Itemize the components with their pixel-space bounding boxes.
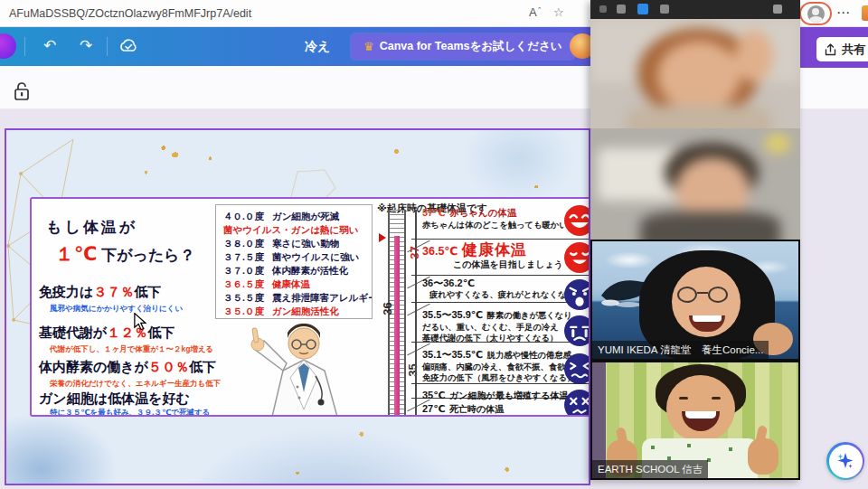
decor-blob <box>765 134 790 154</box>
participant-name-label: EARTH SCHOOL 信吉 <box>592 460 708 478</box>
toolbar-divider <box>24 37 25 56</box>
item-enzyme-heading: 体内酵素の働きが５０％低下 <box>39 359 216 376</box>
thermo-entry-35-5: 35.5〜35.9℃ 酵素の働きが悪くなり だるい、重い、むくむ、手足の冷え 基… <box>422 305 572 343</box>
thermo-entry-27: 27℃ 死亡時の体温 （冷たい、硬い） <box>422 399 510 417</box>
entry-separator <box>411 275 590 276</box>
face-blob <box>666 375 735 442</box>
read-aloud-icon[interactable]: A⌃ <box>529 5 542 19</box>
item-cancer-heading: ガン細胞は低体温を好む <box>39 390 190 408</box>
sparkle-icon <box>829 445 863 478</box>
item-metabolism-sub: 代謝が低下し、１ヶ月で体重が１〜２kg増える <box>50 344 213 355</box>
temp-list-row: ３７.５度菌やウイルスに強い <box>223 250 370 264</box>
design-canvas[interactable]: もし体温が １℃ 下がったら？ 免疫力は３７％低下 風邪や病気にかかりやすく治り… <box>5 128 590 485</box>
video-blur-content <box>590 19 800 128</box>
face-crying-icon <box>563 315 590 347</box>
glasses-left-icon <box>677 287 697 303</box>
shoulders-blob <box>640 212 780 240</box>
window-control-icon[interactable] <box>773 5 782 14</box>
participant-video-4[interactable]: EARTH SCHOOL 信吉 <box>590 361 800 480</box>
temperature-list-box: ４０.０度ガン細胞が死滅 菌やウイルス・ガンは熱に弱い ３８.０度寒さに強い動物… <box>215 204 373 319</box>
crown-icon: ♛ <box>363 40 374 53</box>
participant-name-label: YUMI IKEDA 清龍堂 養生Concie... <box>592 341 769 359</box>
infographic-title-line1: もし体温が <box>46 217 137 238</box>
design-title[interactable]: 冷え <box>305 39 330 55</box>
temp-list-row: ４０.０度ガン細胞が死滅 <box>223 210 370 223</box>
entry-separator <box>411 416 590 417</box>
browser-menu-icon[interactable]: ⋯ <box>836 5 851 21</box>
active-view-icon[interactable] <box>637 4 648 14</box>
temp-list-row: ３８.０度寒さに強い動物 <box>223 237 370 250</box>
face-sad-icon <box>563 278 590 311</box>
participant-video-1[interactable] <box>590 19 800 128</box>
profile-avatar-icon <box>807 5 825 23</box>
item-immunity-sub: 風邪や病気にかかりやすく治りにくい <box>50 304 183 315</box>
temp-list-row: ３６.５度健康体温 <box>223 277 370 291</box>
infographic-panel[interactable]: もし体温が １℃ 下がったら？ 免疫力は３７％低下 風邪や病気にかかりやすく治り… <box>30 197 590 417</box>
face-happy-icon <box>563 241 590 274</box>
lock-icon[interactable] <box>12 81 32 101</box>
scale-36: 36 <box>381 297 394 321</box>
temp-list-row: ３５.０度ガン細胞活性化 <box>223 305 370 318</box>
title-degree-highlight: １℃ <box>55 243 97 264</box>
scale-35: 35 <box>406 359 420 382</box>
thermo-entry-35-1: 35.1〜35.5℃ 脱力感や慢性の倦怠感 偏頭痛、内臓の冷え、食欲不振、食欲過… <box>422 344 582 383</box>
canva-for-teams-button[interactable]: ♛ Canva for Teamsをお試しください <box>351 33 575 60</box>
doctor-illustration <box>227 324 381 417</box>
share-button[interactable]: 共有 <box>816 37 868 61</box>
face-distressed-icon <box>563 353 590 385</box>
item-immunity-heading: 免疫力は３７％低下 <box>39 284 161 301</box>
infographic-title-line2: １℃ 下がったら？ <box>55 241 195 267</box>
participant-video-3[interactable]: YUMI IKEDA 清龍堂 養生Concie... <box>590 240 800 361</box>
temp-list-row: ３７.０度体内酵素が活性化 <box>223 264 370 277</box>
eye-left <box>679 397 688 400</box>
shoulders-blob <box>627 105 771 128</box>
face-dead-icon <box>563 389 590 417</box>
face-very-happy-icon <box>563 204 590 237</box>
participant-video-2[interactable] <box>590 128 800 240</box>
share-area: 共有 <box>800 27 868 68</box>
mouse-cursor <box>133 313 146 331</box>
eye-right <box>712 397 721 400</box>
temp-list-row: ３５.５度震え排泄障害アレルギー症 <box>223 291 370 305</box>
teams-button-label: Canva for Teamsをお試しください <box>380 39 562 54</box>
thermometer-mercury <box>394 236 400 417</box>
temp-list-row: 菌やウイルス・ガンは熱に弱い <box>223 223 370 237</box>
glasses-right-icon <box>708 287 728 303</box>
redo-button[interactable]: ↷ <box>72 33 99 60</box>
canva-assistant-button[interactable] <box>826 442 864 480</box>
thermo-entry-36-36-2: 36〜36.2℃ 疲れやすくなる、疲れがとれなくなる <box>422 277 575 300</box>
thermo-entry-36-5: 36.5℃ 健康体温 この体温を目指しましょう <box>422 240 563 271</box>
entry-separator <box>411 239 590 240</box>
window-control-icon[interactable] <box>660 5 669 14</box>
item-metabolism-heading: 基礎代謝が１２％低下 <box>39 324 175 342</box>
window-control-icon[interactable] <box>599 5 607 13</box>
glasses-bridge <box>697 292 708 294</box>
item-enzyme-sub: 栄養の消化だけでなく、エネルギー生産力も低下 <box>50 379 221 390</box>
toolbar-divider <box>107 37 108 56</box>
item-cancer-sub: 特に３５℃を最も好み、３９.３℃で死滅する <box>50 408 210 417</box>
extension-icon[interactable] <box>862 5 868 21</box>
thermometer-pointer-icon <box>379 233 386 242</box>
browser-profile-button[interactable] <box>799 2 832 25</box>
video-call-window[interactable]: YUMI IKEDA 清龍堂 養生Concie... EARTH SCHOOL … <box>590 0 800 480</box>
video-call-titlebar[interactable] <box>590 0 800 19</box>
undo-button[interactable]: ↶ <box>36 33 63 60</box>
thermometer-graphic: 37 36 35 <box>379 210 426 417</box>
url-text[interactable]: AFuMaDSSBQ/ZOctznOlazwy8FmMFJrp7A/edit <box>9 7 251 20</box>
share-button-label: 共有 <box>842 42 865 58</box>
favorites-star-icon[interactable]: ☆ <box>553 5 564 19</box>
share-upload-icon <box>825 43 836 56</box>
video-blur-content <box>590 128 800 240</box>
window-control-icon[interactable] <box>617 5 626 14</box>
save-status-cloud-icon[interactable] <box>118 38 138 58</box>
face-blob <box>657 41 741 111</box>
hand-blob <box>735 30 773 82</box>
canva-logo-icon[interactable] <box>0 33 16 59</box>
thermo-entry-37: 37℃ 赤ちゃんの体温 赤ちゃんは体のどこを触っても暖かい <box>422 202 568 231</box>
thermometer-bracket-line <box>415 210 417 417</box>
